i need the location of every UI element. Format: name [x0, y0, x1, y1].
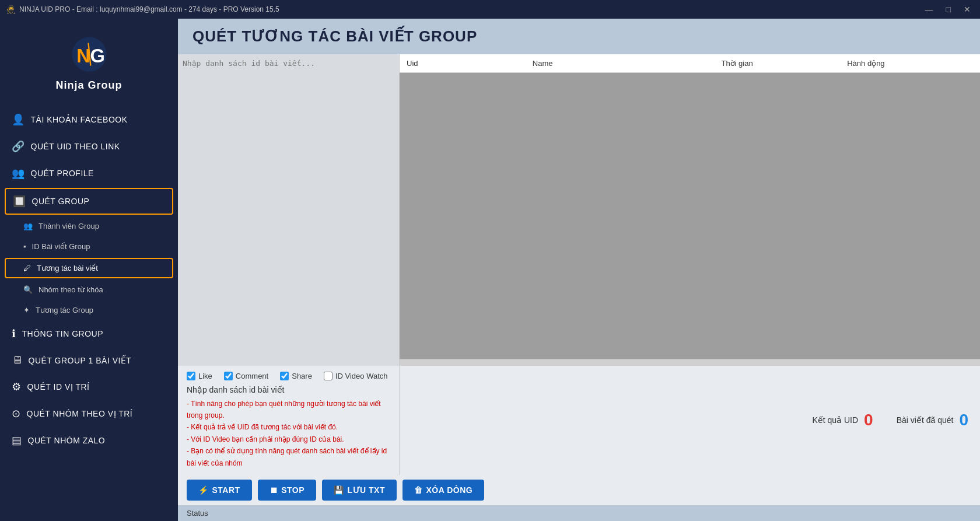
comment-label: Comment — [236, 372, 268, 380]
share-checkbox[interactable] — [280, 372, 289, 380]
right-bottom-stats: Kết quả UID 0 Bài viết đã quét 0 — [400, 366, 980, 475]
sidebar-item-thanh-vien[interactable]: 👥 Thành viên Group — [0, 216, 178, 236]
quet-nhom-zalo-icon: ▤ — [12, 434, 22, 447]
post-id-textarea[interactable] — [178, 54, 399, 366]
comment-checkbox[interactable] — [224, 372, 233, 380]
sidebar-item-thanh-vien-label: Thành viên Group — [38, 222, 99, 230]
thong-tin-icon: ℹ — [12, 327, 16, 340]
sidebar-item-tuong-tac-group[interactable]: ✦ Tương tác Group — [0, 300, 178, 320]
content-header: QUÉT TƯƠNG TÁC BÀI VIẾT GROUP — [178, 19, 980, 54]
table-body — [400, 73, 980, 359]
maximize-button[interactable]: □ — [943, 4, 954, 15]
like-checkbox[interactable] — [187, 372, 195, 380]
profile-icon: 👥 — [12, 167, 25, 180]
checkboxes-row: Like Comment Share ID Video Watch — [187, 372, 390, 380]
save-button[interactable]: 💾 LƯU TXT — [322, 480, 397, 501]
clear-icon: 🗑 — [414, 485, 423, 495]
quet-vi-tri-icon: ⚙ — [12, 380, 22, 393]
sidebar-item-scan-uid[interactable]: 🔗 QUÉT UID THEO LINK — [0, 133, 178, 160]
page-title: QUÉT TƯƠNG TÁC BÀI VIẾT GROUP — [192, 27, 965, 46]
title-bar-text: NINJA UID PRO - Email : luquynhmai99@gma… — [19, 5, 279, 13]
ket-qua-uid-value: 0 — [864, 411, 873, 429]
minimize-button[interactable]: — — [922, 4, 937, 15]
sidebar-item-tuong-tac[interactable]: 🖊 Tương tác bài viết — [5, 258, 173, 278]
title-bar: 🥷 NINJA UID PRO - Email : luquynhmai99@g… — [0, 0, 980, 19]
bai-viet-label: Bài viết đã quét — [897, 415, 954, 425]
tuong-tac-icon: 🖊 — [23, 264, 31, 272]
stop-button[interactable]: ⏹ STOP — [258, 480, 316, 501]
sidebar-item-tuong-tac-label: Tương tác bài viết — [37, 264, 98, 272]
sidebar-item-id-bai-viet[interactable]: ▪ ID Bài viết Group — [0, 236, 178, 257]
info-line-1: - Tính năng cho phép bạn quét những ngườ… — [187, 398, 390, 422]
start-button[interactable]: ⚡ START — [187, 480, 252, 501]
sidebar-item-quet-vi-tri-label: Quét ID vị trí — [27, 382, 90, 391]
stat-ket-qua-uid: Kết quả UID 0 — [812, 411, 873, 429]
horizontal-scrollbar[interactable] — [400, 359, 980, 366]
clear-button[interactable]: 🗑 XÓA DÒNG — [402, 480, 484, 501]
sidebar-item-id-bai-viet-label: ID Bài viết Group — [32, 242, 90, 251]
stat-bai-viet: Bài viết đã quét 0 — [897, 411, 968, 429]
sidebar-item-facebook[interactable]: 👤 TÀI KHOẢN FACEBOOK — [0, 106, 178, 133]
sidebar-item-quet-nhom-vi-tri[interactable]: ⊙ Quét nhóm theo vị trí — [0, 400, 178, 427]
facebook-icon: 👤 — [12, 113, 25, 126]
start-label: START — [212, 485, 240, 495]
status-bar: Status — [178, 505, 980, 521]
checkbox-share[interactable]: Share — [280, 372, 312, 380]
sidebar-item-quet-nhom-zalo-label: Quét nhóm Zalo — [28, 436, 106, 445]
title-bar-controls: — □ ✕ — [922, 4, 974, 15]
sidebar-item-nhom-tu-khoa[interactable]: 🔍 Nhóm theo từ khóa — [0, 279, 178, 300]
sidebar-item-facebook-label: TÀI KHOẢN FACEBOOK — [31, 115, 128, 124]
ninja-group-logo: N G — [66, 36, 113, 77]
quet-1-bai-icon: 🖥 — [12, 354, 23, 366]
sidebar-item-quet-nhom-vi-tri-label: Quét nhóm theo vị trí — [27, 409, 133, 418]
video-watch-checkbox[interactable] — [324, 372, 332, 380]
left-bottom: Like Comment Share ID Video Watch — [178, 366, 400, 475]
quet-nhom-vi-tri-icon: ⊙ — [12, 407, 21, 420]
thanh-vien-icon: 👥 — [23, 222, 33, 230]
sidebar-item-scan-group[interactable]: 🔲 QUÉT GROUP — [5, 188, 173, 215]
col-name: Name — [533, 59, 722, 68]
sidebar-item-thong-tin-group[interactable]: ℹ Thông tin Group — [0, 320, 178, 347]
section-label: Nhập danh sách id bài viết — [187, 385, 390, 394]
stop-label: STOP — [281, 485, 304, 495]
like-label: Like — [198, 372, 212, 380]
sidebar-item-nhom-tu-khoa-label: Nhóm theo từ khóa — [38, 285, 103, 294]
title-bar-left: 🥷 NINJA UID PRO - Email : luquynhmai99@g… — [6, 5, 279, 14]
sidebar-item-scan-uid-label: QUÉT UID THEO LINK — [31, 142, 120, 151]
col-hanh-dong: Hành động — [847, 59, 973, 68]
bottom-main: Like Comment Share ID Video Watch — [178, 366, 980, 475]
sidebar-item-tuong-tac-group-label: Tương tác Group — [36, 306, 93, 314]
app-icon: 🥷 — [6, 5, 16, 14]
tuong-tac-group-icon: ✦ — [23, 306, 30, 314]
id-bai-viet-icon: ▪ — [23, 242, 26, 251]
bai-viet-value: 0 — [959, 411, 968, 429]
info-line-4: - Bạn có thể sử dụng tính năng quét danh… — [187, 445, 390, 469]
bottom-section: Like Comment Share ID Video Watch — [178, 366, 980, 505]
logo-area: N G Ninja Group — [0, 19, 178, 106]
close-button[interactable]: ✕ — [960, 4, 974, 15]
content-body: Uid Name Thời gian Hành động — [178, 54, 980, 366]
group-icon: 🔲 — [13, 195, 26, 208]
info-text: - Tính năng cho phép bạn quét những ngườ… — [187, 398, 390, 469]
nhom-tu-khoa-icon: 🔍 — [23, 285, 33, 294]
buttons-row: ⚡ START ⏹ STOP 💾 LƯU TXT 🗑 XÓA DÒNG — [178, 475, 980, 505]
sidebar-item-scan-profile[interactable]: 👥 QUÉT PROFILE — [0, 160, 178, 187]
start-icon: ⚡ — [198, 485, 209, 495]
sidebar-item-quet-1-bai[interactable]: 🖥 Quét Group 1 bài viết — [0, 347, 178, 373]
sidebar-item-scan-profile-label: QUÉT PROFILE — [31, 169, 94, 178]
left-panel — [178, 54, 400, 366]
sidebar-item-quet-vi-tri[interactable]: ⚙ Quét ID vị trí — [0, 373, 178, 400]
info-line-2: - Kết quả trả về UID đã tương tác với bà… — [187, 421, 390, 433]
stop-icon: ⏹ — [270, 485, 278, 495]
link-icon: 🔗 — [12, 140, 25, 153]
logo-box: N G Ninja Group — [44, 30, 134, 97]
checkbox-video-watch[interactable]: ID Video Watch — [324, 372, 388, 380]
sidebar-item-thong-tin-label: Thông tin Group — [22, 329, 103, 338]
sidebar-item-quet-nhom-zalo[interactable]: ▤ Quét nhóm Zalo — [0, 427, 178, 454]
svg-text:G: G — [90, 45, 104, 67]
col-uid: Uid — [407, 59, 533, 68]
checkbox-comment[interactable]: Comment — [224, 372, 268, 380]
video-watch-label: ID Video Watch — [335, 372, 388, 380]
checkbox-like[interactable]: Like — [187, 372, 212, 380]
post-id-textarea-area — [178, 54, 399, 366]
